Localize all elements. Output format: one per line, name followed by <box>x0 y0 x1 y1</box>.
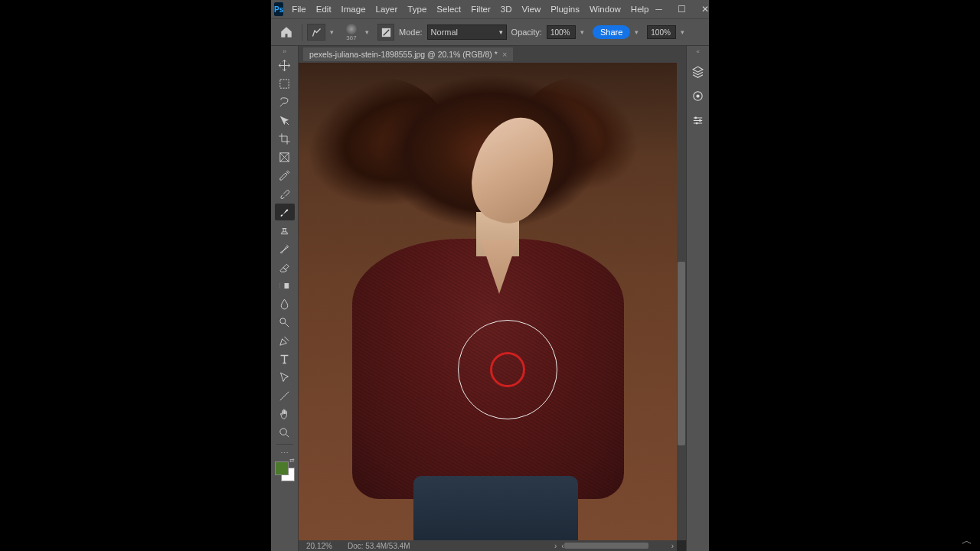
tools-panel: » ⋯ ⇄ <box>271 46 299 551</box>
tool-preset-picker[interactable] <box>307 24 325 41</box>
chevron-down-icon: ▾ <box>499 28 503 36</box>
object-select-tool[interactable] <box>275 112 295 129</box>
svg-point-8 <box>696 94 699 97</box>
hscroll-arrow-right-icon[interactable]: › <box>671 542 674 550</box>
blend-mode-select[interactable]: Normal ▾ <box>427 24 507 40</box>
app-logo-icon: Ps <box>274 2 283 16</box>
blend-mode-value: Normal <box>431 28 458 37</box>
menu-type[interactable]: Type <box>403 3 430 15</box>
menu-image[interactable]: Image <box>338 3 370 15</box>
brush-tool[interactable] <box>275 204 295 220</box>
svg-point-10 <box>699 119 701 122</box>
pen-tool[interactable] <box>275 332 295 349</box>
share-button[interactable]: Share <box>593 25 630 39</box>
svg-point-9 <box>694 116 697 119</box>
menu-layer[interactable]: Layer <box>372 3 402 15</box>
canvas-viewport[interactable]: 20.12% Doc: 53.4M/53.4M › ‹ › <box>299 63 686 551</box>
doc-info[interactable]: Doc: 53.4M/53.4M <box>340 542 554 550</box>
menu-view[interactable]: View <box>518 3 545 15</box>
svg-rect-1 <box>280 79 289 87</box>
line-tool[interactable] <box>275 387 295 404</box>
type-tool[interactable] <box>275 350 295 367</box>
frame-tool[interactable] <box>275 148 295 165</box>
toolbar-collapse-icon[interactable]: » <box>271 47 298 55</box>
svg-point-11 <box>696 122 698 124</box>
svg-point-6 <box>280 428 287 435</box>
blur-tool[interactable] <box>275 295 295 312</box>
home-button[interactable] <box>276 23 297 41</box>
swap-colors-icon[interactable]: ⇄ <box>289 457 295 464</box>
photoshop-window: Ps File Edit Image Layer Type Select Fil… <box>271 0 709 551</box>
document-tab-title: pexels-juliana-stein-1898555.jpg @ 20.1%… <box>309 50 498 59</box>
menu-edit[interactable]: Edit <box>312 3 335 15</box>
status-bar: 20.12% Doc: 53.4M/53.4M › ‹ › <box>299 540 677 551</box>
path-select-tool[interactable] <box>275 369 295 386</box>
menu-file[interactable]: File <box>288 3 310 15</box>
options-bar: ▾ 367 ▾ Mode: Normal ▾ Opacity: 100% ▾ S… <box>271 18 709 46</box>
gradient-tool[interactable] <box>275 277 295 294</box>
zoom-tool[interactable] <box>275 424 295 441</box>
canvas-image[interactable] <box>299 63 677 540</box>
brush-dropdown-icon[interactable]: ▾ <box>365 28 373 36</box>
svg-rect-4 <box>280 282 285 288</box>
horizontal-scroll-thumb[interactable] <box>564 543 648 549</box>
vertical-scroll-thumb[interactable] <box>678 262 685 445</box>
opacity-input[interactable]: 100% <box>547 25 576 39</box>
dodge-tool[interactable] <box>275 314 295 331</box>
window-controls: ─ ☐ ✕ <box>653 4 711 15</box>
title-bar: Ps File Edit Image Layer Type Select Fil… <box>271 0 709 18</box>
marquee-tool[interactable] <box>275 75 295 92</box>
document-tab-bar: pexels-juliana-stein-1898555.jpg @ 20.1%… <box>299 46 686 63</box>
close-button[interactable]: ✕ <box>699 4 711 15</box>
document-tab[interactable]: pexels-juliana-stein-1898555.jpg @ 20.1%… <box>303 47 513 61</box>
opacity-dropdown-icon[interactable]: ▾ <box>580 28 588 36</box>
workspace: » ⋯ ⇄ <box>271 46 709 551</box>
eraser-tool[interactable] <box>275 259 295 276</box>
dock-collapse-icon[interactable]: « <box>687 47 709 55</box>
right-dock: « <box>686 46 709 551</box>
lasso-tool[interactable] <box>275 93 295 110</box>
menu-plugins[interactable]: Plugins <box>547 3 583 15</box>
hand-tool[interactable] <box>275 406 295 422</box>
mode-label: Mode: <box>399 28 423 37</box>
adjustments-panel-icon[interactable] <box>690 112 707 129</box>
menu-filter[interactable]: Filter <box>467 3 495 15</box>
color-swatches: ⇄ <box>275 461 295 481</box>
brush-preset-picker[interactable]: 367 <box>342 23 361 41</box>
close-tab-icon[interactable]: × <box>502 50 507 59</box>
canvas-area: pexels-juliana-stein-1898555.jpg @ 20.1%… <box>299 46 686 551</box>
menu-select[interactable]: Select <box>433 3 465 15</box>
minimize-button[interactable]: ─ <box>653 4 665 15</box>
expand-arrow-icon[interactable]: ︿ <box>962 534 972 548</box>
vertical-scrollbar[interactable] <box>677 63 686 540</box>
brush-settings-button[interactable] <box>377 24 394 41</box>
flow-dropdown-icon[interactable]: ▾ <box>681 28 688 36</box>
crop-tool[interactable] <box>275 130 295 147</box>
eyedropper-tool[interactable] <box>275 167 295 184</box>
maximize-button[interactable]: ☐ <box>676 4 688 15</box>
brush-preview-icon <box>346 24 357 34</box>
share-dropdown-icon[interactable]: ▾ <box>635 28 642 36</box>
menu-window[interactable]: Window <box>586 3 625 15</box>
opacity-label: Opacity: <box>511 28 542 37</box>
photo-content <box>299 63 677 540</box>
flow-input[interactable]: 100% <box>647 25 676 39</box>
clone-stamp-tool[interactable] <box>275 222 295 239</box>
menu-3d[interactable]: 3D <box>497 3 516 15</box>
move-tool[interactable] <box>275 57 295 73</box>
history-brush-tool[interactable] <box>275 240 295 257</box>
spot-heal-tool[interactable] <box>275 185 295 202</box>
brush-size-label: 367 <box>346 34 356 41</box>
svg-point-5 <box>280 318 286 323</box>
layers-panel-icon[interactable] <box>690 63 707 80</box>
tool-preset-dropdown-icon[interactable]: ▾ <box>330 28 338 36</box>
foreground-color[interactable] <box>275 461 289 475</box>
doc-info-arrow-icon[interactable]: › <box>554 542 557 550</box>
zoom-level[interactable]: 20.12% <box>299 542 340 550</box>
menu-help[interactable]: Help <box>627 3 653 15</box>
menu-bar: File Edit Image Layer Type Select Filter… <box>288 3 652 15</box>
channels-panel-icon[interactable] <box>690 87 707 104</box>
